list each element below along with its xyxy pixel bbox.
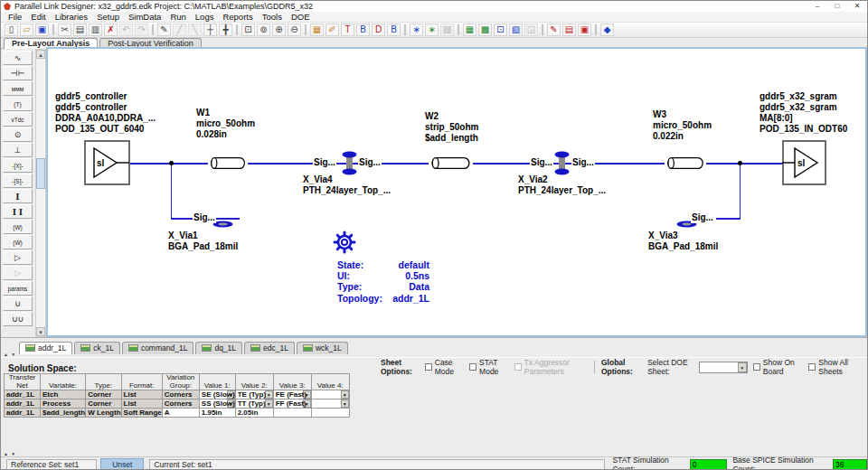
schematic-canvas[interactable]: sl sl: [46, 47, 867, 337]
move-tool-button[interactable]: ╋: [219, 24, 232, 36]
via4-symbol[interactable]: [342, 151, 357, 175]
menu-edit[interactable]: Edit: [26, 12, 50, 22]
stat-mode-checkbox[interactable]: [469, 363, 476, 371]
model-tool[interactable]: ∪: [3, 296, 33, 311]
menu-run[interactable]: Run: [165, 12, 190, 22]
run-sheet-simulation-button[interactable]: ∗: [425, 24, 439, 36]
s-element-tool[interactable]: -[S]-: [3, 174, 33, 188]
capacitor-tool[interactable]: ⊣⊢: [3, 66, 33, 80]
menu-doe[interactable]: DOE: [287, 12, 315, 22]
params-tool[interactable]: params: [3, 281, 33, 296]
value-cell[interactable]: ▼FE (Fast): [273, 390, 311, 400]
scroll-thumb[interactable]: [36, 158, 45, 189]
value-cell[interactable]: ▼: [311, 390, 349, 400]
ground-tool[interactable]: ⊥: [3, 143, 33, 157]
sheet-image-button[interactable]: ▦: [310, 24, 324, 36]
x-element-tool[interactable]: -[X]-: [3, 158, 33, 173]
sheet-tab-wck-1l[interactable]: wck_1L: [297, 342, 348, 354]
value-cell[interactable]: A: [162, 409, 199, 418]
show-all-sheets-option[interactable]: Show All Sheets: [808, 358, 857, 376]
show-on-board-option[interactable]: Show On Board: [753, 358, 801, 376]
net-wire[interactable]: [740, 164, 741, 219]
chevron-down-icon[interactable]: ▼: [341, 400, 349, 408]
buffer-model-button[interactable]: B: [356, 24, 370, 36]
doe-tool-button[interactable]: ◆: [600, 24, 614, 36]
menu-logs[interactable]: Logs: [191, 12, 219, 22]
value-cell[interactable]: ▼SE (Slow): [199, 390, 235, 400]
value-cell[interactable]: ▼: [311, 400, 349, 409]
unset-button[interactable]: Unset: [100, 458, 144, 470]
minimize-button[interactable]: –: [807, 1, 827, 12]
open-project-button[interactable]: ▱: [20, 24, 33, 36]
delete-button[interactable]: ✗: [104, 24, 118, 36]
value-cell[interactable]: ▼TT (Typ): [235, 400, 273, 409]
menu-simdata[interactable]: SimData: [124, 12, 165, 22]
sheet-tab-ck-1l[interactable]: ck_1L: [74, 342, 120, 354]
net-wire[interactable]: [171, 164, 173, 219]
zoom-region-button[interactable]: ⊡: [241, 24, 255, 36]
dual-via-tool[interactable]: I I: [3, 204, 33, 219]
value-cell[interactable]: 2.05in: [235, 409, 273, 418]
net-wire[interactable]: [716, 218, 741, 220]
zoom-full-button[interactable]: ⊚: [257, 24, 270, 36]
show-on-board-checkbox[interactable]: [753, 363, 760, 371]
probe-points-button[interactable]: ✐: [326, 24, 339, 36]
net-wire[interactable]: [248, 163, 429, 164]
run-simulation-button[interactable]: ∗: [410, 24, 423, 36]
chevron-down-icon[interactable]: ▼: [341, 390, 349, 399]
edit-reports-button[interactable]: ▤: [562, 24, 576, 36]
scroll-up-icon[interactable]: ▲: [36, 50, 45, 59]
board-viewer-button[interactable]: ▩: [478, 24, 492, 36]
tline-w2-symbol[interactable]: [428, 156, 474, 170]
resistor-tool[interactable]: ∿: [3, 51, 33, 65]
dual-model-tool[interactable]: ∪∪: [3, 312, 33, 326]
menu-setup[interactable]: Setup: [92, 12, 124, 22]
via-tool[interactable]: I: [3, 189, 33, 203]
show-all-sheets-checkbox[interactable]: [808, 363, 816, 371]
value-cell[interactable]: ▼TE (Typ): [235, 390, 273, 400]
sheet-tab-command-1l[interactable]: command_1L: [122, 342, 194, 354]
layout-viewer-button[interactable]: ▧: [509, 24, 523, 36]
maximize-button[interactable]: □: [827, 1, 847, 12]
receiver-symbol[interactable]: sl: [782, 140, 826, 185]
stat-mode-option[interactable]: STAT Mode: [469, 358, 506, 376]
chevron-down-icon[interactable]: ▼: [265, 400, 273, 408]
save-button[interactable]: ▣: [35, 24, 49, 36]
menu-reports[interactable]: Reports: [218, 12, 257, 22]
w-line-tool[interactable]: (W): [3, 220, 33, 234]
close-button[interactable]: ✕: [847, 1, 867, 12]
doe-sheet-combobox[interactable]: ▼: [699, 362, 748, 373]
pan-tool-button[interactable]: ┼: [203, 24, 217, 36]
new-sheet-button[interactable]: ▯: [5, 24, 18, 36]
sheet-tab-edc-1l[interactable]: edc_1L: [244, 342, 295, 354]
current-probe-tool[interactable]: ⊙: [3, 127, 33, 142]
value-cell[interactable]: ▼FF (Fast): [273, 400, 311, 409]
edit-sheet-button[interactable]: ▣: [578, 24, 591, 36]
menu-tools[interactable]: Tools: [258, 12, 287, 22]
value-cell[interactable]: 1.95in: [199, 409, 235, 418]
tx-model-button[interactable]: T: [341, 24, 354, 36]
value-cell[interactable]: ▼SS (Slow): [199, 400, 235, 409]
case-mode-checkbox[interactable]: [425, 363, 432, 371]
zoom-out-button[interactable]: ⊖: [288, 24, 301, 36]
case-mode-option[interactable]: Case Mode: [425, 358, 461, 376]
vtdc-source-tool[interactable]: vTdc: [3, 112, 33, 127]
scroll-down-icon[interactable]: ▼: [36, 327, 45, 336]
board-model-button[interactable]: B: [387, 24, 401, 36]
sheet-settings-gear-icon[interactable]: [331, 229, 358, 256]
driver-symbol[interactable]: sl: [84, 140, 130, 185]
cut-button[interactable]: ✂: [58, 24, 71, 36]
tline-w1-symbol[interactable]: [207, 156, 249, 170]
select-tool-button[interactable]: ✎: [157, 24, 171, 36]
edit-waveforms-button[interactable]: ✎: [547, 24, 561, 36]
copy-button[interactable]: ▤: [73, 24, 87, 36]
menu-file[interactable]: File: [4, 12, 26, 22]
paste-button[interactable]: ▥: [89, 24, 102, 36]
report-viewer-button[interactable]: ⊡: [494, 24, 507, 36]
sheet-tab-dq-1l[interactable]: dq_1L: [195, 342, 242, 354]
zoom-in-button[interactable]: ⊕: [272, 24, 286, 36]
value-cell[interactable]: [273, 409, 311, 418]
via2-symbol[interactable]: [554, 151, 570, 175]
sheet-tab-addr-1l[interactable]: addr_1L: [19, 342, 72, 354]
driver-model-button[interactable]: D: [372, 24, 385, 36]
